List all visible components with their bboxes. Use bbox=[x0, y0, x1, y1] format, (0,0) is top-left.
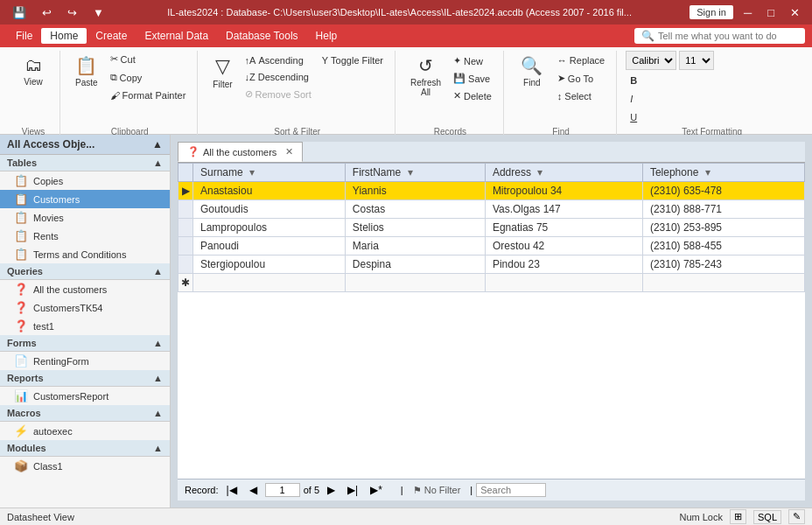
menu-help[interactable]: Help bbox=[307, 28, 346, 44]
descending-button[interactable]: ↓Z Descending bbox=[241, 69, 316, 85]
goto-button[interactable]: ➤ Go To bbox=[553, 70, 609, 87]
cell-firstname[interactable]: Costas bbox=[345, 200, 485, 219]
nav-item-customerstk54[interactable]: ❓ CustomersTK54 bbox=[0, 298, 170, 317]
copy-button[interactable]: ⧉ Copy bbox=[106, 69, 191, 86]
minimize-button[interactable]: ─ bbox=[738, 4, 757, 21]
cell-address[interactable]: Pindou 23 bbox=[485, 256, 642, 274]
cell-firstname[interactable]: Despina bbox=[345, 256, 485, 274]
nav-item-rents[interactable]: 📋 Rents bbox=[0, 227, 170, 245]
nav-item-all-customers[interactable]: ❓ All the customers bbox=[0, 280, 170, 298]
nav-section-tables[interactable]: Tables ▲ bbox=[0, 155, 170, 172]
menu-home[interactable]: Home bbox=[41, 28, 87, 44]
table-row[interactable]: ▶AnastasiouYiannisMitropoulou 34(2310) 6… bbox=[178, 182, 805, 200]
cell-telephone[interactable]: (2310) 635-478 bbox=[642, 182, 804, 200]
nav-item-class1[interactable]: 📦 Class1 bbox=[0, 457, 170, 475]
paste-button[interactable]: 📋 Paste bbox=[69, 51, 104, 92]
new-nav-button[interactable]: ▶* bbox=[366, 482, 387, 498]
nav-item-test1[interactable]: ❓ test1 bbox=[0, 317, 170, 335]
table-row[interactable]: PanoudiMariaOrestou 42(2310) 588-455 bbox=[178, 237, 805, 256]
find-button[interactable]: 🔍 Find bbox=[513, 51, 551, 92]
next-record-button[interactable]: ▶ bbox=[323, 482, 340, 498]
font-family-select[interactable]: Calibri bbox=[626, 51, 676, 70]
filter-button[interactable]: ▽ Filter bbox=[206, 51, 238, 94]
cell-address[interactable]: Orestou 42 bbox=[485, 237, 642, 256]
cell-surname[interactable]: Goutoudis bbox=[193, 200, 346, 219]
nav-section-forms[interactable]: Forms ▲ bbox=[0, 335, 170, 352]
nav-section-modules[interactable]: Modules ▲ bbox=[0, 440, 170, 457]
cell-telephone[interactable]: (2310) 588-455 bbox=[642, 237, 804, 256]
sign-in-button[interactable]: Sign in bbox=[690, 5, 733, 19]
menu-create[interactable]: Create bbox=[87, 28, 136, 44]
new-row-cell[interactable] bbox=[193, 274, 346, 292]
quick-access-icon[interactable]: ▼ bbox=[88, 4, 109, 21]
font-size-select[interactable]: 11 bbox=[679, 51, 714, 70]
cell-telephone[interactable]: (2310) 888-771 bbox=[642, 200, 804, 219]
cell-firstname[interactable]: Stelios bbox=[345, 219, 485, 237]
new-row-cell[interactable] bbox=[485, 274, 642, 292]
nav-section-queries[interactable]: Queries ▲ bbox=[0, 263, 170, 280]
refresh-all-button[interactable]: ↺ RefreshAll bbox=[404, 51, 447, 102]
delete-button[interactable]: ✕ Delete bbox=[449, 88, 496, 104]
table-row[interactable]: GoutoudisCostasVas.Olgas 147(2310) 888-7… bbox=[178, 200, 805, 219]
cell-address[interactable]: Mitropoulou 34 bbox=[485, 182, 642, 200]
close-button[interactable]: ✕ bbox=[785, 4, 805, 21]
table-row[interactable]: StergiopoulouDespinaPindou 23(2310) 785-… bbox=[178, 256, 805, 274]
prev-record-button[interactable]: ◀ bbox=[245, 482, 262, 498]
nav-item-copies[interactable]: 📋 Copies bbox=[0, 172, 170, 190]
record-search-input[interactable] bbox=[476, 483, 546, 497]
cell-address[interactable]: Vas.Olgas 147 bbox=[485, 200, 642, 219]
new-row[interactable]: ✱ bbox=[178, 274, 805, 292]
save-icon[interactable]: 💾 bbox=[7, 4, 32, 21]
new-row-cell[interactable] bbox=[345, 274, 485, 292]
nav-item-rentingform[interactable]: 📄 RentingForm bbox=[0, 352, 170, 370]
underline-button[interactable]: U bbox=[626, 109, 765, 125]
view-button[interactable]: 🗂 View bbox=[14, 51, 52, 91]
save-record-button[interactable]: 💾 Save bbox=[449, 70, 496, 87]
cell-surname[interactable]: Anastasiou bbox=[193, 182, 346, 200]
menu-file[interactable]: File bbox=[7, 28, 41, 44]
new-row-cell[interactable] bbox=[642, 274, 804, 292]
nav-section-macros[interactable]: Macros ▲ bbox=[0, 405, 170, 422]
nav-item-customersreport[interactable]: 📊 CustomersReport bbox=[0, 387, 170, 405]
datasheet-view-button[interactable]: ⊞ bbox=[730, 509, 746, 524]
close-tab-icon[interactable]: ✕ bbox=[285, 146, 293, 158]
last-record-button[interactable]: ▶| bbox=[343, 482, 362, 498]
remove-sort-button[interactable]: ⊘ Remove Sort bbox=[241, 86, 316, 102]
nav-item-customers[interactable]: 📋 Customers bbox=[0, 190, 170, 208]
menu-external-data[interactable]: External Data bbox=[136, 28, 217, 44]
nav-item-autoexec[interactable]: ⚡ autoexec bbox=[0, 422, 170, 440]
new-record-button[interactable]: ✦ New bbox=[449, 52, 496, 69]
nav-section-reports[interactable]: Reports ▲ bbox=[0, 370, 170, 387]
bold-button[interactable]: B bbox=[626, 73, 765, 88]
data-table-wrapper[interactable]: Surname ▾ FirstName ▾ Address ▾ bbox=[178, 163, 805, 479]
no-filter-button[interactable]: ⚑ No Filter bbox=[407, 483, 467, 498]
format-painter-button[interactable]: 🖌 Format Painter bbox=[106, 88, 191, 103]
ascending-button[interactable]: ↑A Ascending bbox=[241, 52, 316, 68]
current-record-input[interactable] bbox=[265, 483, 300, 497]
nav-item-terms[interactable]: 📋 Terms and Conditions bbox=[0, 245, 170, 263]
menu-database-tools[interactable]: Database Tools bbox=[217, 28, 307, 44]
nav-item-movies[interactable]: 📋 Movies bbox=[0, 208, 170, 227]
nav-pane-chevron[interactable]: ▲ bbox=[152, 138, 163, 150]
help-search-input[interactable] bbox=[658, 31, 798, 41]
col-header-address[interactable]: Address ▾ bbox=[485, 164, 642, 182]
doc-tab-all-customers[interactable]: ❓ All the customers ✕ bbox=[178, 142, 303, 162]
nav-pane-header[interactable]: All Access Obje... ▲ bbox=[0, 135, 170, 155]
cell-firstname[interactable]: Maria bbox=[345, 237, 485, 256]
first-record-button[interactable]: |◀ bbox=[222, 482, 242, 498]
cell-firstname[interactable]: Yiannis bbox=[345, 182, 485, 200]
title-bar-controls-right[interactable]: Sign in ─ □ ✕ bbox=[690, 4, 805, 21]
col-header-surname[interactable]: Surname ▾ bbox=[193, 164, 346, 182]
italic-button[interactable]: I bbox=[626, 91, 765, 107]
cut-button[interactable]: ✂ Cut bbox=[106, 51, 191, 67]
title-bar-controls-left[interactable]: 💾 ↩ ↪ ▼ bbox=[7, 4, 109, 21]
sql-view-button[interactable]: SQL bbox=[753, 510, 781, 524]
cell-telephone[interactable]: (2310) 253-895 bbox=[642, 219, 804, 237]
replace-button[interactable]: ↔ Replace bbox=[553, 52, 609, 68]
cell-address[interactable]: Egnatias 75 bbox=[485, 219, 642, 237]
undo-icon[interactable]: ↩ bbox=[37, 4, 57, 21]
col-header-telephone[interactable]: Telephone ▾ bbox=[642, 164, 804, 182]
table-row[interactable]: LampropoulosSteliosEgnatias 75(2310) 253… bbox=[178, 219, 805, 237]
col-header-firstname[interactable]: FirstName ▾ bbox=[345, 164, 485, 182]
restore-button[interactable]: □ bbox=[762, 4, 780, 21]
